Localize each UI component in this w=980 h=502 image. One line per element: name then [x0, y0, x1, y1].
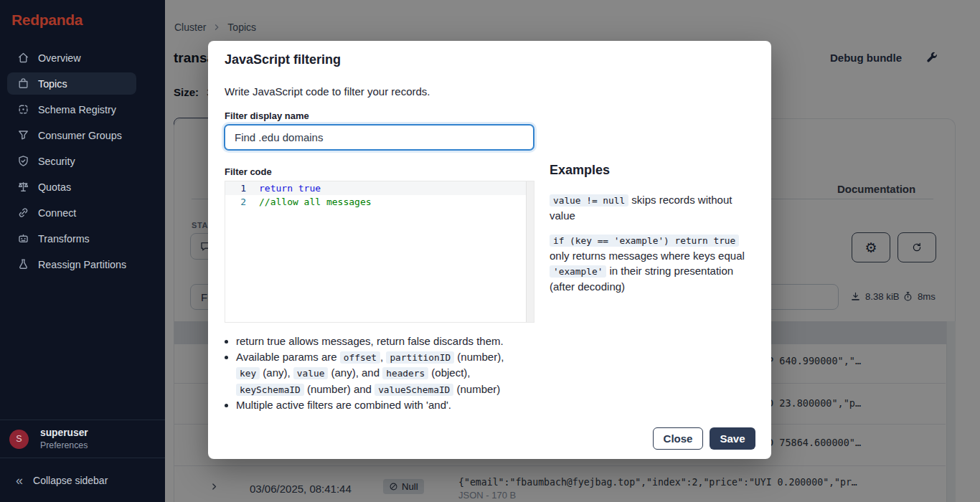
sidebar-nav: OverviewTopicsSchema RegistryConsumer Gr…: [7, 47, 136, 279]
examples-heading: Examples: [550, 163, 759, 178]
code-chip: keySchemaID: [236, 384, 304, 396]
sidebar-item-label: Reassign Partitions: [38, 259, 126, 270]
code-line: 1return true: [225, 181, 534, 195]
filter-note: Available params are offset, partitionID…: [236, 349, 513, 398]
line-number: 1: [225, 181, 257, 195]
user-name: superuser: [40, 427, 88, 438]
code-chip: valueSchemaID: [374, 384, 453, 396]
sidebar-item-consumer-groups[interactable]: Consumer Groups: [7, 124, 136, 146]
funnel-icon: [17, 129, 29, 141]
schema-registry-icon: [17, 103, 29, 115]
sidebar-item-label: Topics: [38, 78, 67, 90]
filter-display-name-input[interactable]: [225, 125, 534, 150]
editor-scrollbar: [526, 181, 534, 322]
code-chip: if (key == 'example') return true: [550, 235, 739, 247]
save-button[interactable]: Save: [710, 427, 755, 450]
avatar: S: [9, 430, 29, 449]
home-icon: [17, 52, 29, 64]
filter-note: Multiple active filters are combined wit…: [236, 397, 513, 413]
filter-display-name-label: Filter display name: [225, 110, 309, 121]
sidebar-item-overview[interactable]: Overview: [7, 47, 136, 69]
sidebar-item-schema-registry[interactable]: Schema Registry: [7, 98, 136, 120]
sidebar-item-label: Overview: [38, 52, 81, 64]
sidebar-item-connect[interactable]: Connect: [7, 202, 136, 224]
link-icon: [17, 207, 29, 219]
filter-note: return true allows messages, return fals…: [236, 333, 513, 349]
sidebar-item-label: Security: [38, 156, 75, 167]
example-item: if (key == 'example') return true only r…: [550, 232, 759, 294]
code-editor[interactable]: 1return true2//allow all messages: [225, 181, 534, 323]
close-button[interactable]: Close: [653, 427, 703, 450]
filter-code-label: Filter code: [225, 166, 272, 177]
collapse-sidebar-button[interactable]: « Collapse sidebar: [0, 458, 165, 502]
sidebar-item-label: Connect: [38, 207, 76, 219]
code-editor-lines: 1return true2//allow all messages: [225, 181, 534, 209]
example-item: value != null skips records without valu…: [550, 192, 759, 223]
scales-icon: [17, 181, 29, 193]
sidebar-item-reassign-partitions[interactable]: Reassign Partitions: [7, 253, 136, 275]
code-text: //allow all messages: [257, 195, 372, 209]
collapse-sidebar-label: Collapse sidebar: [33, 475, 108, 486]
filter-notes-list: return true allows messages, return fals…: [222, 333, 513, 413]
code-chip: 'example': [550, 265, 606, 278]
sidebar-item-label: Transforms: [38, 233, 90, 245]
sidebar-item-label: Schema Registry: [38, 104, 116, 115]
line-number: 2: [225, 195, 257, 209]
code-chip: value != null: [550, 194, 628, 207]
javascript-filtering-modal: JavaScript filtering Write JavaScript co…: [208, 41, 771, 459]
flask-icon: [17, 258, 29, 270]
modal-title: JavaScript filtering: [225, 52, 341, 67]
user-section[interactable]: S superuser Preferences: [0, 420, 165, 458]
shield-icon: [17, 155, 29, 167]
code-chip: partitionID: [386, 351, 454, 364]
code-chip: value: [293, 367, 329, 379]
code-chip: offset: [340, 351, 380, 364]
sidebar-item-topics[interactable]: Topics: [7, 72, 136, 95]
code-line: 2//allow all messages: [225, 195, 534, 209]
robot-icon: [17, 232, 29, 245]
modal-description: Write JavaScript code to filter your rec…: [225, 85, 430, 98]
sidebar-item-label: Quotas: [38, 181, 71, 193]
sidebar-item-security[interactable]: Security: [7, 150, 136, 172]
code-chip: key: [236, 367, 260, 379]
sidebar-item-label: Consumer Groups: [38, 130, 122, 141]
examples-list: value != null skips records without valu…: [550, 192, 759, 294]
sidebar: Redpanda OverviewTopicsSchema RegistryCo…: [0, 0, 165, 502]
code-chip: headers: [382, 367, 428, 379]
topics-icon: [17, 77, 29, 90]
redpanda-logo: Redpanda: [11, 11, 83, 29]
user-preferences-link[interactable]: Preferences: [40, 440, 88, 450]
sidebar-item-quotas[interactable]: Quotas: [7, 176, 136, 198]
collapse-icon: «: [16, 474, 23, 487]
examples-section: Examples value != null skips records wit…: [550, 163, 759, 303]
code-text: return true: [257, 181, 321, 195]
sidebar-item-transforms[interactable]: Transforms: [7, 227, 136, 250]
